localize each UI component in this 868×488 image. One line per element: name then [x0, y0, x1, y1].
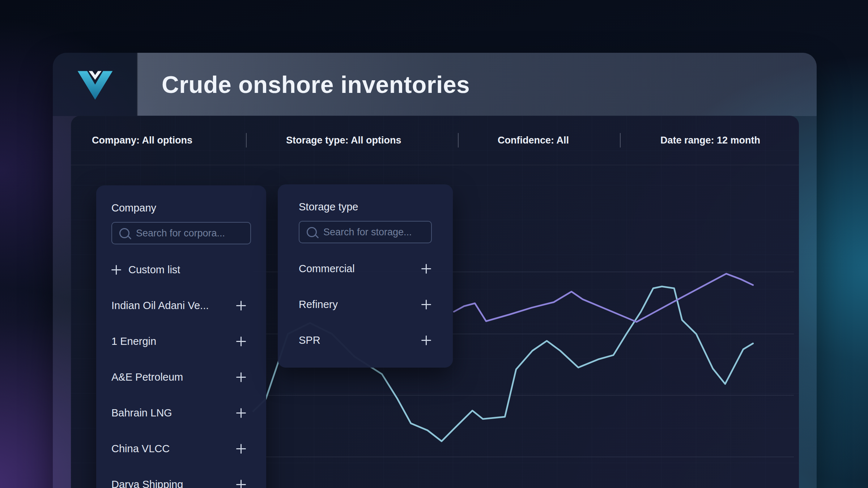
- add-icon[interactable]: [236, 337, 246, 346]
- filter-confidence[interactable]: Confidence: All: [498, 116, 569, 165]
- storage-item-label: Refinery: [299, 299, 338, 311]
- app-header: Crude onshore inventories: [53, 53, 817, 116]
- company-filter-panel: Company Custom list Indian Oil Adani Ve.…: [96, 185, 266, 488]
- company-item[interactable]: Darya Shipping: [96, 467, 266, 488]
- custom-list-button[interactable]: Custom list: [96, 252, 266, 288]
- add-icon[interactable]: [236, 480, 246, 488]
- storage-list: Commercial Refinery SPR: [278, 251, 453, 358]
- filter-divider: [246, 133, 247, 147]
- company-search-box[interactable]: [111, 222, 251, 244]
- add-icon[interactable]: [421, 335, 431, 345]
- app-window: Crude onshore inventories Company: All o…: [53, 53, 817, 488]
- brand-logo-icon: [75, 69, 115, 100]
- dashboard-panel: Company: All options Storage type: All o…: [71, 116, 799, 488]
- filter-bar: Company: All options Storage type: All o…: [71, 116, 799, 165]
- storage-search-box[interactable]: [299, 221, 432, 243]
- company-item-label: Indian Oil Adani Ve...: [111, 300, 209, 312]
- custom-list-label: Custom list: [128, 264, 180, 276]
- purple-series-line: [454, 274, 753, 322]
- storage-item-label: SPR: [299, 334, 320, 346]
- storage-search-input[interactable]: [323, 226, 424, 238]
- company-item[interactable]: A&E Petroleum: [96, 359, 266, 395]
- add-icon[interactable]: [236, 408, 246, 418]
- filter-storage-type[interactable]: Storage type: All options: [286, 116, 401, 165]
- storage-type-filter-panel: Storage type Commercial Refinery S: [278, 184, 453, 368]
- filter-divider: [620, 133, 621, 147]
- page-title: Crude onshore inventories: [162, 71, 470, 98]
- add-icon[interactable]: [421, 300, 431, 309]
- add-icon[interactable]: [236, 444, 246, 454]
- company-item-label: A&E Petroleum: [111, 371, 183, 383]
- company-item[interactable]: 1 Energin: [96, 324, 266, 359]
- add-icon: [111, 265, 121, 275]
- company-item-label: Darya Shipping: [111, 479, 183, 488]
- company-item[interactable]: Bahrain LNG: [96, 395, 266, 431]
- search-icon: [307, 227, 317, 237]
- company-item[interactable]: Indian Oil Adani Ve...: [96, 288, 266, 324]
- storage-item-label: Commercial: [299, 263, 355, 275]
- header-title-area: Crude onshore inventories: [138, 53, 817, 116]
- company-panel-title: Company: [111, 202, 266, 214]
- filter-divider: [458, 133, 459, 147]
- search-icon: [119, 228, 129, 238]
- filter-company[interactable]: Company: All options: [92, 116, 192, 165]
- storage-item[interactable]: Refinery: [278, 287, 453, 322]
- company-search-input[interactable]: [135, 227, 243, 239]
- logo-block: [53, 53, 138, 116]
- storage-item[interactable]: Commercial: [278, 251, 453, 287]
- company-item-label: Bahrain LNG: [111, 407, 172, 419]
- add-icon[interactable]: [236, 372, 246, 382]
- filter-date-range[interactable]: Date range: 12 month: [660, 116, 760, 165]
- company-item-label: China VLCC: [111, 443, 170, 455]
- company-item[interactable]: China VLCC: [96, 431, 266, 467]
- storage-item[interactable]: SPR: [278, 322, 453, 358]
- company-list: Custom list Indian Oil Adani Ve... 1 Ene…: [96, 252, 266, 488]
- storage-panel-title: Storage type: [299, 201, 453, 213]
- company-item-label: 1 Energin: [111, 335, 156, 347]
- add-icon[interactable]: [236, 301, 246, 311]
- desktop-background: Crude onshore inventories Company: All o…: [0, 0, 868, 488]
- add-icon[interactable]: [421, 264, 431, 274]
